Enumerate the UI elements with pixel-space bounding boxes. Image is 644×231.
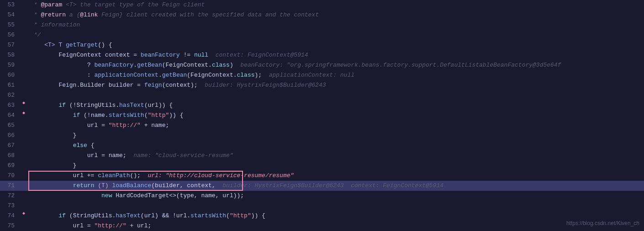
code-line: 58 FeignContext context = beanFactory !=… — [0, 50, 644, 60]
line-number: 75 — [0, 221, 19, 231]
line-content: if (StringUtils.hasText(url) && !url.sta… — [28, 211, 644, 221]
line-content: url = "http://" + name; — [28, 121, 644, 131]
code-line: 66 } — [0, 131, 644, 141]
line-content: new HardCodedTarget<>(type, name, url)); — [28, 191, 644, 201]
line-number: 60 — [0, 70, 19, 80]
line-content: return (T) loadBalance(builder, context,… — [28, 181, 644, 191]
code-line: 68 url = name; name: "cloud-service-resu… — [0, 151, 644, 161]
code-line: 70 url += cleanPath(); url: "http://clou… — [0, 171, 644, 181]
code-line: 64◆ if (!name.startsWith("http")) { — [0, 110, 644, 121]
line-gutter: ◆ — [19, 110, 28, 116]
line-number: 69 — [0, 161, 19, 171]
breakpoint-icon[interactable]: ◆ — [21, 211, 26, 216]
line-number: 56 — [0, 30, 19, 40]
code-line: 56 */ — [0, 30, 644, 40]
code-line: 57 <T> T getTarget() { — [0, 40, 644, 50]
code-line: 63◆ if (!StringUtils.hasText(url)) { — [0, 100, 644, 110]
code-line: 69 } — [0, 161, 644, 171]
watermark: https://blog.csdn.net/Kiven_ch — [566, 220, 639, 226]
code-line: 72 new HardCodedTarget<>(type, name, url… — [0, 191, 644, 201]
code-line: 71 return (T) loadBalance(builder, conte… — [0, 181, 644, 191]
line-number: 57 — [0, 40, 19, 50]
line-content: */ — [28, 30, 644, 40]
line-number: 62 — [0, 90, 19, 100]
code-editor: 53 * @param <T> the target type of the F… — [0, 0, 644, 231]
line-content: url = name; name: "cloud-service-resume" — [28, 151, 644, 161]
line-number: 53 — [0, 0, 19, 10]
line-content: Feign.Builder builder = feign(context); … — [28, 80, 644, 90]
line-content: FeignContext context = beanFactory != nu… — [28, 50, 644, 60]
line-number: 58 — [0, 50, 19, 60]
line-content: : applicationContext.getBean(FeignContex… — [28, 70, 644, 80]
code-line: 67 else { — [0, 141, 644, 151]
line-content: if (!name.startsWith("http")) { — [28, 110, 644, 121]
line-number: 66 — [0, 131, 19, 141]
line-content: ? beanFactory.getBean(FeignContext.class… — [28, 60, 644, 70]
line-content: * @param <T> the target type of the Feig… — [28, 0, 644, 10]
line-number: 54 — [0, 10, 19, 20]
line-number: 72 — [0, 191, 19, 201]
line-gutter: ◆ — [19, 211, 28, 216]
line-content: } — [28, 161, 644, 171]
line-number: 71 — [0, 181, 19, 191]
line-gutter: ◆ — [19, 100, 28, 106]
line-content: <T> T getTarget() { — [28, 40, 644, 50]
code-line: 59 ? beanFactory.getBean(FeignContext.cl… — [0, 60, 644, 70]
code-line: 61 Feign.Builder builder = feign(context… — [0, 80, 644, 90]
breakpoint-icon[interactable]: ◆ — [21, 100, 26, 106]
code-line: 62 — [0, 90, 644, 100]
code-line: 65 url = "http://" + name; — [0, 121, 644, 131]
code-line: 60 : applicationContext.getBean(FeignCon… — [0, 70, 644, 80]
line-content: if (!StringUtils.hasText(url)) { — [28, 100, 644, 110]
line-number: 68 — [0, 151, 19, 161]
line-number: 59 — [0, 60, 19, 70]
line-content: url = "http://" + url; — [28, 221, 644, 231]
line-number: 73 — [0, 201, 19, 211]
line-content: * information — [28, 20, 644, 30]
line-content: } — [28, 131, 644, 141]
line-content: url += cleanPath(); url: "http://cloud-s… — [28, 171, 644, 181]
line-number: 64 — [0, 110, 19, 121]
line-number: 65 — [0, 121, 19, 131]
code-line: 74◆ if (StringUtils.hasText(url) && !url… — [0, 211, 644, 221]
line-number: 61 — [0, 80, 19, 90]
breakpoint-icon[interactable]: ◆ — [21, 110, 26, 116]
line-number: 55 — [0, 20, 19, 30]
code-line: 73 — [0, 201, 644, 211]
line-number: 63 — [0, 100, 19, 110]
line-number: 74 — [0, 211, 19, 221]
line-number: 67 — [0, 141, 19, 151]
line-number: 70 — [0, 171, 19, 181]
line-content: * @return a {@link Feign} client created… — [28, 10, 644, 20]
code-line: 53 * @param <T> the target type of the F… — [0, 0, 644, 10]
code-line: 54 * @return a {@link Feign} client crea… — [0, 10, 644, 20]
code-line: 75 url = "http://" + url; — [0, 221, 644, 231]
code-line: 55 * information — [0, 20, 644, 30]
line-content: else { — [28, 141, 644, 151]
